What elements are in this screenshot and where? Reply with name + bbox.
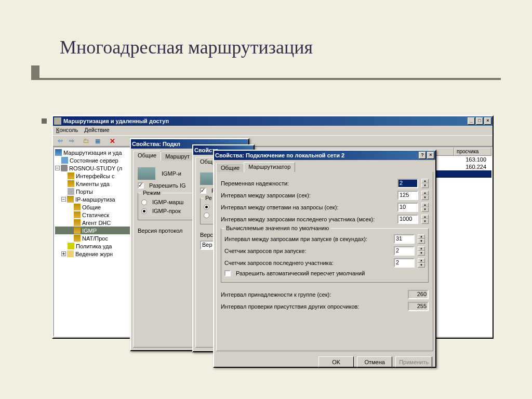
startup-query-input[interactable]: 31 [394, 234, 415, 244]
tab-router[interactable]: Маршрут [161, 152, 194, 161]
auto-recalc-label: Разрешить автоматический пересчет умолча… [236, 270, 365, 276]
dialog3-title: Свойства: Подключение по локальной сети … [215, 152, 344, 158]
dialog1-title: Свойства: Подкл [132, 141, 180, 147]
arrow-right-icon: ⇨ [69, 137, 74, 144]
mmc-title: Маршрутизация и удаленный доступ [63, 118, 169, 124]
back-button[interactable]: ⇦ [55, 136, 65, 145]
expand-icon[interactable]: + [61, 251, 66, 256]
computer-icon [61, 165, 68, 171]
ok-button[interactable]: OK [318, 356, 354, 367]
auto-recalc-checkbox[interactable] [224, 270, 231, 276]
response-interval-input[interactable]: 10 [397, 203, 418, 212]
tab-general[interactable]: Общие [216, 163, 244, 172]
radio-router-label: IGMP-марш [152, 199, 183, 205]
startup-count-spinner[interactable]: ▲▼ [418, 246, 425, 256]
tab-router[interactable]: Маршрутизатор [244, 162, 295, 172]
view-button[interactable]: ▦ [92, 136, 103, 145]
radio-option[interactable] [204, 204, 209, 210]
router-icon [55, 149, 62, 156]
tree-interfaces[interactable]: Интерфейсы с [76, 173, 114, 179]
server-icon [61, 157, 68, 164]
startup-query-spinner[interactable]: ▲▼ [418, 234, 425, 244]
mmc-titlebar[interactable]: Маршрутизация и удаленный доступ _ □ × [53, 116, 493, 126]
membership-label: Интервал принадлежности к группе (сек): [221, 291, 405, 298]
tree-clients[interactable]: Клиенты уда [76, 181, 110, 187]
last-member-count-input[interactable]: 2 [394, 258, 415, 268]
reliability-input[interactable]: 2 [397, 179, 418, 188]
dialog3-titlebar[interactable]: Свойства: Подключение по локальной сети … [214, 151, 435, 160]
folder-icon [67, 250, 74, 257]
slide-accent [31, 78, 501, 80]
last-member-interval-input[interactable]: 1000 [397, 215, 418, 224]
last-member-count-spinner[interactable]: ▲▼ [418, 258, 425, 268]
igmp-icon [74, 227, 81, 234]
tree-igmp[interactable]: IGMP [82, 228, 97, 234]
app-icon [54, 117, 61, 125]
forward-button[interactable]: ⇨ [66, 136, 77, 145]
tree-ports[interactable]: Порты [76, 189, 93, 195]
menu-action[interactable]: Действие [84, 127, 109, 134]
tree-static[interactable]: Статическ [82, 212, 109, 218]
tab-general[interactable]: Общие [133, 151, 161, 161]
close-button[interactable]: × [427, 152, 434, 159]
tree-host[interactable]: ROSNOU-STUDY (л [69, 165, 122, 171]
presence-value: 255 [408, 302, 429, 311]
menu-console[interactable]: Консоль [56, 127, 78, 134]
properties-dialog-3: Свойства: Подключение по локальной сети … [213, 150, 436, 368]
tree-root[interactable]: Маршрутизация и уда [63, 150, 122, 156]
close-button[interactable]: × [484, 117, 491, 125]
startup-count-label: Счетчик запросов при запуске: [224, 248, 391, 254]
last-member-interval-label: Интервал между запросами последнего учас… [221, 216, 394, 222]
maximize-button[interactable]: □ [476, 117, 483, 125]
arrow-left-icon: ⇦ [58, 137, 63, 144]
menubar[interactable]: Консоль Действие [53, 126, 493, 135]
tree-pane[interactable]: Маршрутизация и уда Состояние сервер −RO… [53, 147, 141, 337]
tree-dhcp[interactable]: Агент DHC [82, 220, 111, 226]
column-header[interactable]: просчика [454, 148, 491, 156]
startup-count-input[interactable]: 2 [394, 246, 415, 256]
folder-up-icon: 🗀 [83, 137, 89, 144]
collapse-icon[interactable]: − [55, 166, 60, 170]
collapse-icon[interactable]: − [61, 197, 66, 202]
allow-checkbox[interactable] [200, 188, 206, 194]
presence-label: Интервал проверки присутствия других опр… [221, 303, 405, 310]
help-button[interactable]: ? [419, 152, 426, 159]
igmp-heading: IGMP-и [162, 170, 181, 177]
radio-option[interactable] [204, 212, 209, 218]
tree-serverstate[interactable]: Состояние сервер [70, 157, 118, 164]
radio-proxy-label: IGMP-прок [152, 208, 181, 214]
allow-igmp-label: Разрешить IG [149, 182, 186, 189]
up-button[interactable]: 🗀 [81, 136, 91, 145]
tree-nat[interactable]: NAT/Прос [82, 235, 108, 242]
radio-proxy[interactable] [141, 208, 147, 214]
toolbar: ⇦ ⇨ 🗀 ▦ ✕ [53, 135, 493, 147]
allow-igmp-checkbox[interactable] [138, 182, 144, 189]
cancel-button[interactable]: Отмена [357, 356, 392, 367]
nat-icon [74, 235, 81, 242]
list-icon: ▦ [95, 138, 100, 144]
last-member-interval-spinner[interactable]: ▲▼ [421, 215, 429, 224]
reliability-label: Переменная надежности: [221, 180, 394, 187]
apply-button[interactable]: Применить [395, 356, 432, 367]
policy-icon [68, 243, 74, 249]
startup-query-label: Интервал между запросами при запуске (в … [224, 236, 391, 242]
radio-router[interactable] [141, 200, 147, 205]
static-icon [74, 211, 81, 218]
delete-button[interactable]: ✕ [107, 136, 117, 145]
mode-group: Режим [141, 190, 162, 196]
tree-logging[interactable]: Ведение журн [75, 251, 113, 257]
query-interval-spinner[interactable]: ▲▼ [421, 191, 429, 200]
query-interval-input[interactable]: 125 [397, 191, 418, 200]
response-interval-label: Интервал между ответами на запросы (сек)… [221, 204, 394, 210]
last-member-count-label: Счетчик запросов последнего участника: [224, 260, 391, 266]
iproute-icon [67, 196, 74, 203]
response-interval-spinner[interactable]: ▲▼ [421, 203, 429, 212]
tree-general[interactable]: Общие [82, 204, 101, 210]
tree-policy[interactable]: Политика уда [76, 243, 112, 249]
reliability-spinner[interactable]: ▲▼ [421, 179, 429, 188]
tree-iproute[interactable]: IP-маршрутиза [75, 196, 115, 203]
minimize-button[interactable]: _ [468, 117, 475, 125]
mode-group: Ре [204, 195, 214, 201]
membership-value: 260 [408, 290, 429, 299]
interface-icon [68, 172, 74, 179]
